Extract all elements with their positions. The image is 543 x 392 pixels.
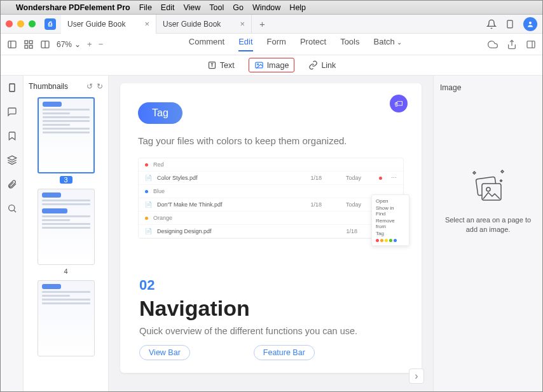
tab-comment[interactable]: Comment — [189, 37, 224, 51]
menu-go[interactable]: Go — [233, 3, 244, 12]
svg-rect-0 — [507, 20, 512, 28]
svg-rect-7 — [25, 45, 28, 48]
thumbnail-page-5[interactable] — [38, 280, 95, 356]
tab-form[interactable]: Form — [267, 37, 286, 51]
window-controls — [6, 20, 36, 27]
zoom-out-button[interactable]: − — [99, 39, 104, 49]
chevron-down-icon: ⌄ — [74, 40, 81, 49]
new-tab-button[interactable]: + — [252, 18, 273, 29]
chip-feature-bar: Feature Bar — [254, 345, 315, 360]
thumbnail-number: 4 — [38, 267, 95, 275]
edit-image-button[interactable]: Image — [249, 58, 295, 72]
maximize-window-button[interactable] — [29, 20, 36, 27]
edit-sub-toolbar: Text Image Link — [1, 55, 542, 76]
edit-link-label: Link — [321, 61, 336, 70]
svg-rect-6 — [29, 41, 32, 44]
tag-subtitle: Tag your files with colors to keep them … — [138, 135, 404, 146]
thumbnail-page-3[interactable]: 3 — [38, 97, 95, 184]
tab-title: User Guide Book — [163, 20, 221, 29]
document-tab-2[interactable]: User Guide Book × — [156, 15, 252, 34]
menu-view[interactable]: View — [183, 3, 200, 12]
svg-point-15 — [257, 64, 258, 65]
context-menu-illustration: Open Show in Find Remove from Tag — [371, 194, 409, 246]
panel-icon[interactable] — [526, 39, 536, 50]
svg-rect-11 — [527, 41, 535, 48]
thumbnails-panel: Thumbnails ↺ ↻ 3 4 — [24, 76, 109, 392]
left-rail — [1, 76, 24, 392]
thumbnails-rail-icon[interactable] — [6, 82, 18, 93]
tab-title: User Guide Book — [67, 20, 125, 29]
app-logo-icon: ⎙ — [45, 18, 56, 30]
close-window-button[interactable] — [6, 20, 13, 27]
chevron-down-icon: ⌄ — [397, 39, 402, 46]
grid-icon[interactable] — [24, 39, 34, 50]
bookmarks-rail-icon[interactable] — [6, 130, 18, 142]
close-tab-icon[interactable]: × — [144, 19, 149, 29]
main-toolbar: 67% ⌄ + − Comment Edit Form Protect Tool… — [1, 34, 542, 55]
zoom-value: 67% — [57, 40, 72, 49]
share-icon[interactable] — [507, 39, 517, 50]
attachments-rail-icon[interactable] — [6, 179, 18, 190]
chip-view-bar: View Bar — [139, 345, 190, 360]
search-rail-icon[interactable] — [6, 203, 18, 214]
tag-circle-icon: 🏷 — [390, 95, 408, 112]
tab-protect[interactable]: Protect — [300, 37, 326, 51]
layers-rail-icon[interactable] — [6, 154, 18, 166]
zoom-control[interactable]: 67% ⌄ — [57, 40, 81, 49]
svg-line-18 — [13, 210, 15, 212]
section-navigation: 02 Navigation Quick overview of the diff… — [138, 277, 404, 360]
minimize-window-button[interactable] — [17, 20, 24, 27]
edit-image-label: Image — [267, 61, 289, 70]
file-list-illustration: Red 📄Color Styles.pdf1/18Today⋯ Blue 📄Do… — [138, 158, 404, 239]
comments-rail-icon[interactable] — [6, 106, 18, 118]
svg-point-17 — [8, 205, 14, 211]
cloud-icon[interactable] — [488, 39, 498, 50]
next-page-button[interactable]: › — [409, 368, 424, 384]
close-tab-icon[interactable]: × — [240, 19, 245, 29]
tab-tools[interactable]: Tools — [340, 37, 359, 51]
user-avatar[interactable] — [523, 17, 537, 31]
svg-rect-3 — [8, 41, 16, 48]
section-subtitle: Quick overview of the different function… — [139, 326, 402, 336]
menu-edit[interactable]: Edit — [161, 3, 175, 12]
menu-help[interactable]: Help — [289, 3, 306, 12]
sidebar-toggle-icon[interactable] — [7, 39, 17, 50]
image-placeholder-icon — [469, 168, 507, 206]
layout-icon[interactable] — [40, 39, 50, 50]
right-panel: Image Select an area on a page to add an… — [433, 76, 542, 392]
phone-icon[interactable] — [505, 19, 514, 29]
thumbnail-page-4[interactable]: 4 — [38, 189, 95, 275]
svg-rect-8 — [29, 45, 32, 48]
tab-edit[interactable]: Edit — [238, 37, 252, 51]
section-number: 02 — [139, 277, 402, 294]
right-panel-message: Select an area on a page to add an image… — [440, 215, 536, 235]
edit-text-button[interactable]: Text — [202, 58, 240, 72]
zoom-in-button[interactable]: + — [87, 39, 92, 49]
bell-icon[interactable] — [486, 19, 497, 29]
page-content: 🏷 Tag Tag your files with colors to keep… — [120, 83, 422, 373]
rotate-right-icon[interactable]: ↻ — [97, 82, 103, 91]
menu-window[interactable]: Window — [252, 3, 280, 12]
right-panel-title: Image — [440, 83, 536, 92]
document-tab-1[interactable]: User Guide Book × — [61, 15, 156, 34]
svg-point-2 — [529, 22, 532, 24]
svg-rect-16 — [10, 84, 15, 91]
macos-menubar: Wondershare PDFelement Pro File Edit Vie… — [1, 1, 542, 15]
section-title: Navigation — [139, 296, 402, 321]
app-name[interactable]: Wondershare PDFelement Pro — [16, 3, 130, 12]
svg-rect-5 — [25, 41, 28, 44]
thumbnails-title: Thumbnails — [29, 82, 68, 91]
tab-batch[interactable]: Batch ⌄ — [374, 37, 402, 51]
titlebar: ⎙ User Guide Book × User Guide Book × + — [1, 15, 542, 34]
document-canvas[interactable]: 🏷 Tag Tag your files with colors to keep… — [109, 76, 433, 392]
menu-tool[interactable]: Tool — [209, 3, 224, 12]
main-area: Thumbnails ↺ ↻ 3 4 🏷 Tag Tag your files … — [1, 76, 542, 392]
edit-text-label: Text — [220, 61, 235, 70]
tag-pill: Tag — [138, 102, 182, 124]
menu-file[interactable]: File — [139, 3, 152, 12]
edit-link-button[interactable]: Link — [303, 58, 341, 72]
thumbnail-number: 3 — [60, 176, 72, 184]
rotate-left-icon[interactable]: ↺ — [86, 82, 93, 91]
